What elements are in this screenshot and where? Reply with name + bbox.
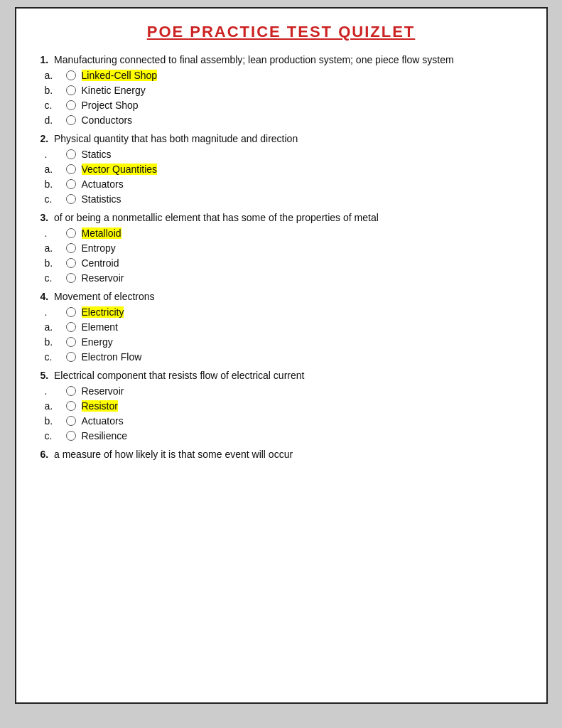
answer-row-3-1: a.Entropy [38, 242, 525, 254]
answer-text: Project Shop [82, 100, 139, 111]
question-text-3: 3. of or being a nonmetallic element tha… [38, 212, 525, 223]
question-5: 5. Electrical component that resists flo… [38, 370, 525, 441]
answer-label: . [45, 149, 66, 160]
answer-text: Electricity [82, 306, 124, 318]
answer-label: . [45, 385, 66, 397]
answer-row-1-2: c.Project Shop [38, 100, 525, 111]
answer-row-3-0: .Metalloid [38, 228, 525, 239]
radio-button[interactable] [66, 352, 76, 362]
question-6: 6. a measure of how likely it is that so… [38, 449, 525, 460]
answer-row-2-1: a.Vector Quantities [38, 164, 525, 175]
answer-label: a. [45, 400, 66, 412]
answer-text: Kinetic Energy [82, 85, 146, 96]
answer-label: c. [45, 100, 66, 111]
answer-label: b. [45, 257, 66, 269]
question-text-5: 5. Electrical component that resists flo… [38, 370, 525, 381]
question-text-6: 6. a measure of how likely it is that so… [38, 449, 525, 460]
answer-row-4-0: .Electricity [38, 306, 525, 318]
question-text-1: 1. Manufacturing connected to final asse… [38, 54, 525, 65]
answer-label: c. [45, 430, 66, 441]
radio-button[interactable] [66, 337, 76, 347]
question-4: 4. Movement of electrons.Electricitya.El… [38, 291, 525, 363]
answer-text: Centroid [82, 257, 119, 269]
answer-row-3-2: b.Centroid [38, 257, 525, 269]
question-3: 3. of or being a nonmetallic element tha… [38, 212, 525, 284]
answer-label: c. [45, 193, 66, 205]
page-container: POE PRACTICE TEST QUIZLET 1. Manufacturi… [15, 7, 548, 704]
answer-text: Reservoir [82, 385, 124, 397]
answer-label: b. [45, 85, 66, 96]
radio-button[interactable] [66, 228, 76, 238]
answer-text: Statics [82, 149, 112, 160]
answer-text: Actuators [82, 178, 124, 190]
answer-row-1-3: d.Conductors [38, 114, 525, 126]
answer-row-5-0: .Reservoir [38, 385, 525, 397]
radio-button[interactable] [66, 401, 76, 411]
answer-text: Conductors [82, 114, 133, 126]
answer-row-5-1: a.Resistor [38, 400, 525, 412]
answer-label: c. [45, 351, 66, 363]
radio-button[interactable] [66, 258, 76, 268]
answer-row-2-0: .Statics [38, 149, 525, 160]
answer-row-5-2: b.Actuators [38, 415, 525, 427]
answer-text: Linked-Cell Shop [82, 70, 158, 81]
answer-label: a. [45, 70, 66, 81]
answer-row-4-2: b.Energy [38, 336, 525, 348]
answer-text: Metalloid [82, 228, 121, 239]
answer-text: Vector Quantities [82, 164, 158, 175]
question-text-4: 4. Movement of electrons [38, 291, 525, 302]
answer-label: a. [45, 321, 66, 333]
answer-label: b. [45, 415, 66, 427]
question-2: 2. Physical quantity that has both magni… [38, 133, 525, 205]
radio-button[interactable] [66, 431, 76, 441]
answer-text: Element [82, 321, 118, 333]
answer-label: a. [45, 242, 66, 254]
answer-row-4-1: a.Element [38, 321, 525, 333]
radio-button[interactable] [66, 100, 76, 110]
answer-row-4-3: c.Electron Flow [38, 351, 525, 363]
answer-row-2-3: c.Statistics [38, 193, 525, 205]
radio-button[interactable] [66, 85, 76, 95]
answer-label: b. [45, 336, 66, 348]
answer-text: Energy [82, 336, 113, 348]
question-1: 1. Manufacturing connected to final asse… [38, 54, 525, 126]
radio-button[interactable] [66, 386, 76, 396]
answer-text: Entropy [82, 242, 116, 254]
radio-button[interactable] [66, 322, 76, 332]
answer-row-1-0: a.Linked-Cell Shop [38, 70, 525, 81]
answer-row-2-2: b.Actuators [38, 178, 525, 190]
answer-text: Resistor [82, 400, 118, 412]
answer-label: a. [45, 164, 66, 175]
radio-button[interactable] [66, 416, 76, 426]
radio-button[interactable] [66, 307, 76, 317]
radio-button[interactable] [66, 70, 76, 80]
radio-button[interactable] [66, 194, 76, 204]
radio-button[interactable] [66, 115, 76, 125]
radio-button[interactable] [66, 243, 76, 253]
answer-label: . [45, 228, 66, 239]
radio-button[interactable] [66, 179, 76, 189]
answer-row-3-3: c.Reservoir [38, 272, 525, 284]
answer-text: Resilience [82, 430, 128, 441]
answer-text: Actuators [82, 415, 124, 427]
answer-text: Electron Flow [82, 351, 142, 363]
answer-text: Reservoir [82, 272, 124, 284]
answer-row-5-3: c.Resilience [38, 430, 525, 441]
answer-label: . [45, 306, 66, 318]
answer-row-1-1: b.Kinetic Energy [38, 85, 525, 96]
answer-text: Statistics [82, 193, 121, 205]
answer-label: c. [45, 272, 66, 284]
radio-button[interactable] [66, 164, 76, 174]
page-title: POE PRACTICE TEST QUIZLET [38, 23, 525, 41]
radio-button[interactable] [66, 273, 76, 283]
radio-button[interactable] [66, 149, 76, 159]
answer-label: d. [45, 114, 66, 126]
answer-label: b. [45, 178, 66, 190]
question-text-2: 2. Physical quantity that has both magni… [38, 133, 525, 144]
